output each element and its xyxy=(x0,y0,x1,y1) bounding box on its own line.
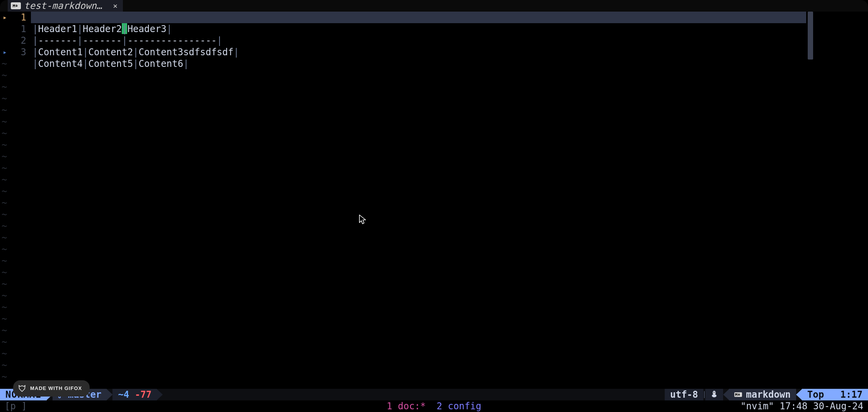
statusline: NORMAL master ~4 -77 utf-8 xyxy=(0,389,868,400)
line-number-gutter: ▸ 1 1 2 ▸ 3 xyxy=(0,12,31,389)
fold-marker-icon: ▸ xyxy=(2,12,7,23)
gifox-watermark: MADE WITH GIFOX xyxy=(13,380,90,397)
separator-icon xyxy=(704,391,705,398)
tabline-tab[interactable]: 2 config xyxy=(437,400,482,412)
gifox-icon xyxy=(18,384,26,393)
statusline-spacer xyxy=(163,389,665,400)
close-icon[interactable]: × xyxy=(105,0,117,12)
command-line[interactable]: [p ] 1 doc:* 2 config "nvim" 17:48 30-Au… xyxy=(0,400,868,412)
svg-point-7 xyxy=(715,392,715,393)
linux-icon xyxy=(711,389,718,400)
markdown-icon xyxy=(11,2,21,9)
git-diff-segment: ~4 -77 xyxy=(112,389,157,400)
tab-title: test-markdown… xyxy=(24,0,102,12)
cmdline-left: [p ] xyxy=(0,400,27,412)
cmdline-right: "nvim" 17:48 30-Aug-24 xyxy=(740,400,868,412)
separator-icon xyxy=(723,389,729,400)
cursor-line-highlight xyxy=(31,12,806,23)
watermark-text: MADE WITH GIFOX xyxy=(30,383,82,394)
code-area[interactable]: |Header1|Header2|Header3| |-------|-----… xyxy=(31,12,868,389)
tab-bar: test-markdown… × xyxy=(0,0,868,12)
encoding-segment: utf-8 xyxy=(665,389,703,400)
separator-icon xyxy=(796,389,802,400)
svg-point-4 xyxy=(713,391,716,395)
editor-viewport[interactable]: ~~~~~~~~~~~~~~~~~~~~~~~~~~~~ ▸ 1 1 2 ▸ 3… xyxy=(0,12,868,389)
markdown-icon xyxy=(734,392,742,397)
diff-modified: ~4 xyxy=(118,389,129,400)
fold-marker-icon: ▸ xyxy=(2,46,7,58)
tabline-tab[interactable]: 1 doc:* xyxy=(387,400,426,412)
scrollbar-thumb[interactable] xyxy=(808,12,813,60)
diff-removed: -77 xyxy=(135,389,151,400)
separator-icon xyxy=(157,389,163,400)
svg-point-6 xyxy=(713,392,714,393)
line-number: 1 xyxy=(0,23,26,35)
svg-point-5 xyxy=(712,394,717,397)
scroll-position: Top xyxy=(802,389,829,400)
tabline: 1 doc:* 2 config xyxy=(387,400,482,412)
editor-window: test-markdown… × ~~~~~~~~~~~~~~~~~~~~~~~… xyxy=(0,0,868,412)
filetype-label: markdown xyxy=(746,389,791,400)
os-segment xyxy=(705,389,723,400)
separator-icon xyxy=(106,389,112,400)
tab-active[interactable]: test-markdown… × xyxy=(8,0,123,12)
line-number: 2 xyxy=(0,35,26,46)
filetype-segment: markdown xyxy=(729,389,796,400)
cursor-location: 1:17 xyxy=(829,389,868,400)
